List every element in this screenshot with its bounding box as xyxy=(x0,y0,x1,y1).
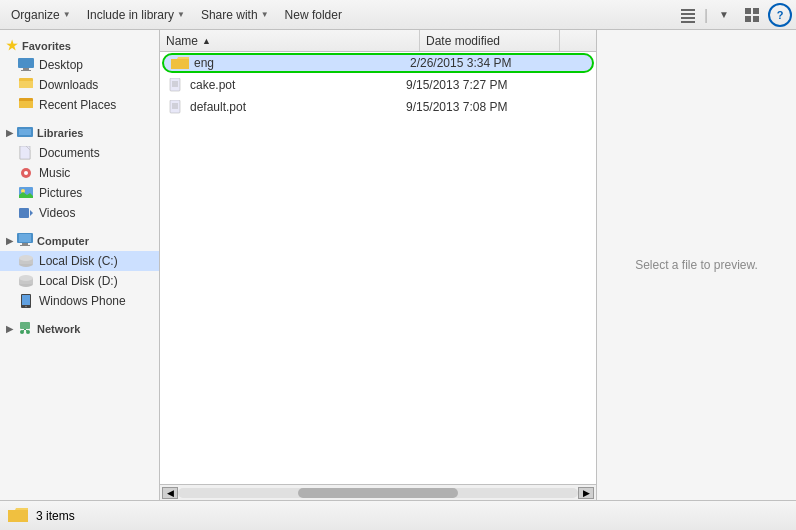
svg-rect-26 xyxy=(22,243,28,245)
svg-rect-14 xyxy=(19,101,33,108)
local-disk-c-icon xyxy=(18,253,34,269)
share-with-arrow-icon: ▼ xyxy=(261,10,269,19)
organize-button[interactable]: Organize ▼ xyxy=(4,3,78,27)
computer-section[interactable]: ▶ Computer xyxy=(0,229,159,251)
computer-label: Computer xyxy=(37,235,89,247)
change-view-icon xyxy=(744,7,760,23)
view-details-button[interactable] xyxy=(676,3,700,27)
file-date-default: 9/15/2013 7:08 PM xyxy=(406,100,546,114)
file-date-cake: 9/15/2013 7:27 PM xyxy=(406,78,546,92)
svg-rect-46 xyxy=(170,100,180,113)
svg-point-36 xyxy=(25,306,27,308)
local-disk-d-icon xyxy=(18,273,34,289)
favorites-label: Favorites xyxy=(22,40,71,52)
file-area: Name ▲ Date modified eng 2/26/2015 3:34 … xyxy=(160,30,596,500)
local-disk-c-label: Local Disk (C:) xyxy=(39,254,118,268)
network-icon xyxy=(17,321,33,337)
folder-icon xyxy=(170,55,190,71)
file-name-eng: eng xyxy=(190,56,410,70)
sidebar-item-recent-places[interactable]: Recent Places xyxy=(0,95,159,115)
scroll-right-button[interactable]: ▶ xyxy=(578,487,594,499)
pictures-icon xyxy=(18,185,34,201)
file-list-header: Name ▲ Date modified xyxy=(160,30,596,52)
file-row-cake[interactable]: cake.pot 9/15/2013 7:27 PM xyxy=(160,74,596,96)
sidebar-item-videos[interactable]: Videos xyxy=(0,203,159,223)
sidebar-item-pictures[interactable]: Pictures xyxy=(0,183,159,203)
file-row-eng[interactable]: eng 2/26/2015 3:34 PM xyxy=(162,53,594,73)
videos-label: Videos xyxy=(39,206,75,220)
file-name-default: default.pot xyxy=(186,100,406,114)
libraries-section[interactable]: ▶ Libraries xyxy=(0,121,159,143)
h-scrollbar-track[interactable] xyxy=(178,488,578,498)
network-section[interactable]: ▶ Network xyxy=(0,317,159,339)
organize-label: Organize xyxy=(11,8,60,22)
share-with-button[interactable]: Share with ▼ xyxy=(194,3,276,27)
toolbar-right: | ▼ ? xyxy=(676,3,792,27)
star-icon: ★ xyxy=(6,38,18,53)
include-library-label: Include in library xyxy=(87,8,174,22)
scroll-left-button[interactable]: ◀ xyxy=(162,487,178,499)
status-bar: 3 items xyxy=(0,500,796,530)
windows-phone-label: Windows Phone xyxy=(39,294,126,308)
libraries-label: Libraries xyxy=(37,127,83,139)
sidebar-item-desktop[interactable]: Desktop xyxy=(0,55,159,75)
new-folder-label: New folder xyxy=(285,8,342,22)
col-header-date[interactable]: Date modified xyxy=(420,30,560,51)
include-library-arrow-icon: ▼ xyxy=(177,10,185,19)
svg-rect-42 xyxy=(170,78,180,91)
include-library-button[interactable]: Include in library ▼ xyxy=(80,3,192,27)
file-date-eng: 2/26/2015 3:34 PM xyxy=(410,56,550,70)
downloads-icon xyxy=(18,77,34,93)
favorites-section[interactable]: ★ Favorites xyxy=(0,34,159,55)
svg-rect-4 xyxy=(745,8,751,14)
col-header-name[interactable]: Name ▲ xyxy=(160,30,420,51)
svg-rect-25 xyxy=(19,234,31,242)
share-with-label: Share with xyxy=(201,8,258,22)
libraries-expand-icon: ▶ xyxy=(6,128,13,138)
recent-places-label: Recent Places xyxy=(39,98,116,112)
music-icon xyxy=(18,165,34,181)
help-button[interactable]: ? xyxy=(768,3,792,27)
music-label: Music xyxy=(39,166,70,180)
sidebar-item-local-disk-c[interactable]: Local Disk (C:) xyxy=(0,251,159,271)
sidebar-item-local-disk-d[interactable]: Local Disk (D:) xyxy=(0,271,159,291)
file-row-default[interactable]: default.pot 9/15/2013 7:08 PM xyxy=(160,96,596,118)
preview-text: Select a file to preview. xyxy=(635,258,758,272)
sidebar-item-music[interactable]: Music xyxy=(0,163,159,183)
computer-expand-icon: ▶ xyxy=(6,236,13,246)
videos-icon xyxy=(18,205,34,221)
svg-rect-5 xyxy=(753,8,759,14)
sidebar-item-downloads[interactable]: Downloads xyxy=(0,75,159,95)
file-name-cake: cake.pot xyxy=(186,78,406,92)
cake-pot-icon xyxy=(166,77,186,93)
svg-rect-35 xyxy=(22,295,30,305)
svg-point-33 xyxy=(19,275,33,281)
sidebar: ★ Favorites Desktop Downloads Recent Pla… xyxy=(0,30,160,500)
svg-rect-27 xyxy=(20,245,30,246)
local-disk-d-label: Local Disk (D:) xyxy=(39,274,118,288)
svg-rect-22 xyxy=(19,208,29,218)
svg-rect-16 xyxy=(19,129,31,135)
svg-rect-37 xyxy=(20,322,30,329)
documents-label: Documents xyxy=(39,146,100,160)
documents-icon xyxy=(18,145,34,161)
computer-icon xyxy=(17,233,33,249)
network-label: Network xyxy=(37,323,80,335)
svg-rect-7 xyxy=(753,16,759,22)
view-dropdown-button[interactable]: ▼ xyxy=(712,3,736,27)
sidebar-item-documents[interactable]: Documents xyxy=(0,143,159,163)
pictures-label: Pictures xyxy=(39,186,82,200)
svg-rect-6 xyxy=(745,16,751,22)
downloads-label: Downloads xyxy=(39,78,98,92)
sidebar-item-windows-phone[interactable]: Windows Phone xyxy=(0,291,159,311)
svg-rect-1 xyxy=(681,13,695,15)
view-divider: | xyxy=(704,7,708,23)
h-scrollbar-area: ◀ ▶ xyxy=(160,484,596,500)
svg-rect-0 xyxy=(681,9,695,11)
svg-point-19 xyxy=(24,171,28,175)
status-count: 3 items xyxy=(36,509,75,523)
view-arrow-icon: ▼ xyxy=(719,9,729,20)
new-folder-button[interactable]: New folder xyxy=(278,3,349,27)
change-view-button[interactable] xyxy=(740,3,764,27)
view-details-icon xyxy=(680,7,696,23)
